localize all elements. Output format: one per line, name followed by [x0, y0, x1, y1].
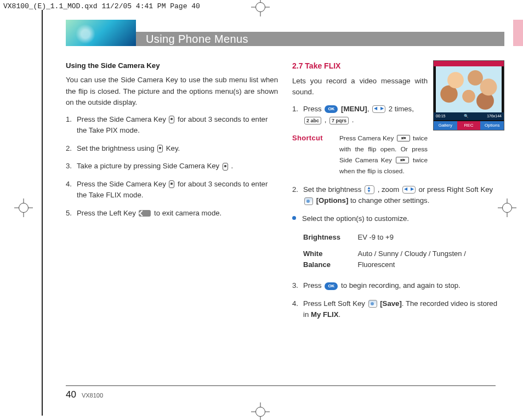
opt-whitebalance-value: Auto / Sunny / Cloudy / Tungsten / Fluor… — [357, 247, 503, 274]
ok-key-icon: OK — [325, 105, 338, 113]
chapter-banner: Using Phone Menus — [66, 20, 504, 53]
right-column: 00:15 🔍 176x144 Gallery REC Options 2.7 … — [292, 60, 504, 327]
nav-up-down-icon — [365, 185, 374, 194]
keypad-7-icon: 7 pqrs — [329, 117, 349, 124]
crop-mark-left — [19, 203, 29, 213]
options-table: Brightness EV -9 to +9 White Balance Aut… — [302, 230, 504, 275]
crop-mark-top — [255, 2, 265, 12]
left-step-2: Set the brightness using Key. — [66, 143, 278, 154]
shortcut-block: Shortcut Press Camera Key twice with the… — [292, 133, 428, 177]
left-step-4: Press the Side Camera Key for about 3 se… — [66, 179, 278, 201]
page-number: 40 — [66, 389, 76, 400]
banner-accent — [513, 20, 523, 46]
opt-brightness-value: EV -9 to +9 — [357, 231, 503, 246]
banner-title: Using Phone Menus — [146, 33, 248, 46]
ok-key-icon: OK — [325, 282, 338, 290]
right-soft-key-icon — [304, 197, 313, 205]
left-step-1: Press the Side Camera Key for about 3 se… — [66, 114, 278, 137]
nav-left-right-icon — [402, 186, 416, 194]
side-camera-key-icon — [169, 180, 174, 188]
side-camera-key-icon — [157, 145, 163, 152]
left-intro: You can use the Side Camera Key to use t… — [66, 75, 278, 108]
left-step-3: Take a picture by pressing Side Camera K… — [66, 161, 278, 172]
footer-model: VX8100 — [82, 392, 103, 399]
camera-key-icon — [397, 135, 410, 141]
shortcut-label: Shortcut — [292, 133, 339, 177]
opt-whitebalance-label: White Balance — [303, 247, 356, 274]
left-trim-bar — [42, 10, 43, 416]
right-step-4: Press Left Soft Key [Save]. The recorded… — [292, 298, 504, 321]
left-column: Using the Side Camera Key You can use th… — [66, 60, 278, 327]
left-key-icon — [139, 210, 151, 217]
banner-thumbnail — [66, 20, 136, 46]
left-step-5: Press the Left Key to exit camera mode. — [66, 208, 278, 219]
side-camera-key-icon — [223, 163, 228, 171]
side-camera-key-icon — [169, 116, 174, 123]
left-heading: Using the Side Camera Key — [66, 60, 278, 71]
customize-bullet: Select the option(s) to customize. — [292, 213, 504, 224]
nav-left-right-icon — [372, 105, 385, 113]
right-step-1: Press OK [MENU], 2 times, 2 abc , 7 pqrs… — [292, 104, 504, 126]
page-footer: 40 VX8100 — [66, 385, 496, 400]
keypad-2-icon: 2 abc — [304, 117, 321, 124]
opt-brightness-label: Brightness — [303, 231, 356, 246]
camera-key-icon — [396, 157, 409, 163]
right-step-2: Set the brightness , zoom or press Right… — [292, 184, 504, 207]
left-soft-key-icon — [368, 300, 377, 308]
crop-mark-bottom — [255, 407, 265, 417]
right-step-3: Press OK to begin recording, and again t… — [292, 280, 504, 291]
